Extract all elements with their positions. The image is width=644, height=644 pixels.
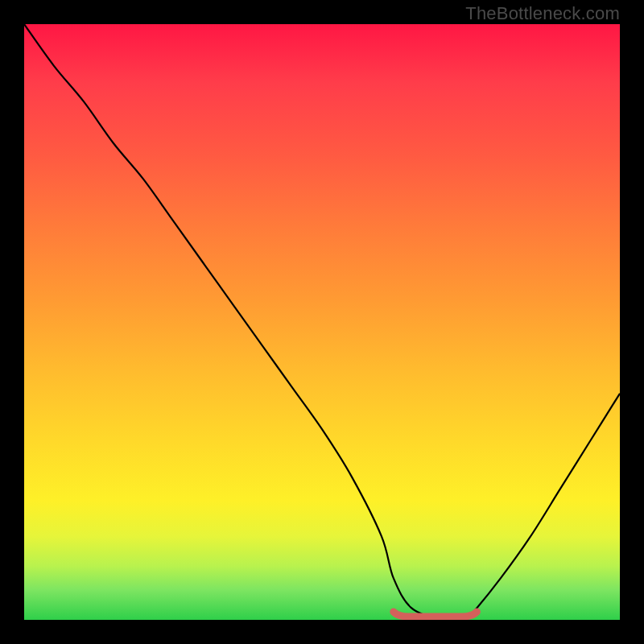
chart-svg: [24, 24, 620, 620]
chart-frame: TheBottleneck.com: [0, 0, 644, 644]
chart-plot-area: [24, 24, 620, 620]
watermark-text: TheBottleneck.com: [465, 3, 620, 24]
optimal-range-highlight: [394, 612, 477, 617]
bottleneck-curve: [24, 24, 620, 620]
